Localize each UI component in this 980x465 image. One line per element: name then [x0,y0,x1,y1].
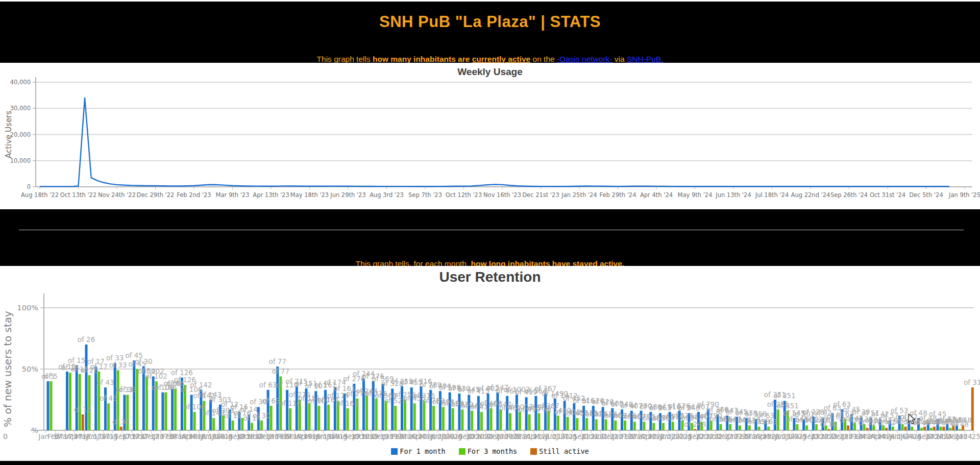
page-header: SNH PuB "La Plaza" | STATS This graph te… [0,2,980,63]
divider [19,230,964,230]
retention-bar-3months [413,403,416,430]
x-tick-label: Dec 21st '23 [522,191,559,199]
retention-bar-3months [394,406,397,430]
x-tick-label: Jul 18th '24 [755,191,789,199]
bar-count-label: of 43 [96,378,114,386]
footer-band [0,461,980,465]
bar-count-label: of 43 [100,394,117,402]
bar-count-label: of 161 [336,399,358,407]
x-tick-label: Oct 31st '24 [870,191,905,199]
bar-count-label: of 30 [135,357,152,365]
x-zero-label: 0 [3,432,8,440]
x-tick-label: Aug 3rd '23 [370,191,404,199]
retention-bar-still-active [120,427,122,430]
retention-bar-3months [911,427,913,430]
retention-bar-3months [174,388,177,430]
bar-count-label: of 30 [253,411,270,420]
retention-bar-3months [739,425,741,430]
retention-bar-still-active [847,425,849,430]
oasis-network-link[interactable]: -Oasis network- [557,55,612,63]
legend-item: For 1 month [391,447,445,455]
retention-bar-1month [516,395,518,430]
x-tick-label: Oct 13th '22 [60,191,96,199]
bar-count-label: of 82 [820,420,838,428]
bar-count-label: of 5 [44,372,58,380]
retention-bar-3months [490,408,493,430]
retention-legend: For 1 monthFor 3 monthsStill active [0,447,980,455]
retention-bar-3months [537,413,540,430]
y-tick-label: 50% [22,365,38,373]
retention-bar-3months [327,405,330,430]
retention-bar-3months [289,408,291,430]
x-tick-label: Mar 9th '23 [216,191,250,199]
retention-bar-3months [107,403,110,430]
bar-count-label: of 248 [684,420,706,428]
x-tick-label: Feb 2nd '23 [177,191,211,199]
retention-bar-1month [76,365,78,430]
retention-bar-1month [496,393,499,430]
retention-bar-3months [959,429,961,430]
retention-bar-1month [525,397,528,430]
retention-bar-3months [88,375,91,430]
x-tick-label: Nov 16th '23 [483,191,521,199]
retention-bar-still-active [828,429,830,430]
user-retention-chart: 100%50%%% of new users to stay0of 5of 5o… [0,266,980,461]
retention-bar-3months [614,421,617,430]
retention-bar-3months [757,427,760,430]
retention-bar-still-active [694,429,696,430]
retention-bar-3months [920,428,923,430]
retention-bar-still-active [904,427,907,430]
retention-bar-1month [133,360,135,430]
retention-bar-1month [142,366,145,430]
retention-bar-3months [633,422,636,430]
caption-text: This graph tells [317,55,373,63]
x-tick-label: Jun 13th '24 [715,191,751,199]
page-title: SNH PuB "La Plaza" | STATS [0,2,980,31]
retention-bar-still-active [943,427,945,430]
retention-bar-1month [286,390,288,430]
weekly-usage-chart-section: Weekly Usage 010,00020,00030,00040,000Au… [0,63,980,209]
retention-bar-3months [432,406,435,430]
x-tick-label: Jun 29th '23 [330,191,366,199]
retention-bar-3months [136,369,138,430]
snh-pub-link[interactable]: SNH-PuB. [627,55,664,63]
retention-bar-3months [519,412,521,430]
x-tick-label: Sep 7th '23 [408,191,442,199]
legend-swatch [459,448,465,455]
retention-bar-3months [385,401,387,430]
retention-bar-still-active [885,428,888,430]
stats-page: SNH PuB "La Plaza" | STATS This graph te… [0,0,980,465]
y-tick-label: 100% [17,304,38,312]
retention-bar-3months [796,424,798,430]
retention-bar-1month [94,366,97,430]
retention-bar-3months [557,415,559,430]
retention-bar-still-active [82,414,84,430]
bar-count-label: of 77 [269,357,286,365]
retention-bar-3months [308,403,311,430]
bar-count-label: of 15 [74,405,91,413]
retention-bar-3months [720,424,722,430]
retention-bar-3months [729,424,731,430]
active-users-line [40,98,949,187]
bar-count-label: of 142 [190,381,212,389]
bar-count-label: of 33 [112,418,130,426]
legend-label: For 1 month [400,447,445,455]
bar-count-label: of 26 [78,335,95,344]
retention-bar-3months [442,407,445,430]
retention-bar-3months [681,421,684,430]
retention-bar-3months [193,412,196,430]
retention-bar-3months [499,409,502,430]
bar-count-label: of 31 [964,378,980,386]
retention-bar-3months [375,399,378,430]
retention-bar-3months [164,393,167,430]
retention-bar-3months [585,418,588,430]
y-axis-label: Active Users [4,111,13,158]
bar-count-label: of 33 [109,361,127,369]
retention-bar-still-active [866,428,869,430]
bar-count-label: of 48 [954,416,971,424]
legend-item: For 3 months [459,447,518,455]
x-tick-label: Nov 24th '22 [98,191,136,199]
retention-bar-3months [251,423,253,430]
bar-count-label: of 77 [272,367,289,375]
x-tick-label: Feb 29th '24 [600,191,636,199]
